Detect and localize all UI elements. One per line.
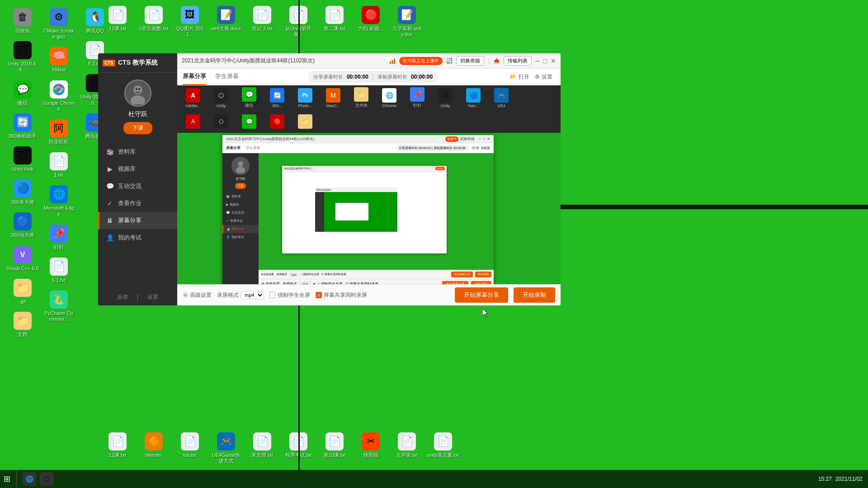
icon-recycle-bin[interactable]: 🗑 回收站 bbox=[5, 5, 41, 38]
file-icon: 📄 bbox=[50, 258, 68, 276]
start-share-button[interactable]: 开始屏幕分享 bbox=[455, 287, 508, 303]
icon-visualcpp[interactable]: V Visual C++ 6.0 bbox=[5, 242, 41, 275]
strip-icon-mac: M MacC... bbox=[320, 87, 347, 109]
sidebar-item-interact[interactable]: 💬 互动交流 bbox=[98, 178, 177, 195]
sidebar-item-library[interactable]: 📚 资料库 bbox=[98, 143, 177, 160]
icon-12ke[interactable]: 📄 12课.txt bbox=[99, 2, 136, 41]
icon-wechat[interactable]: 💬 微信 bbox=[5, 77, 41, 110]
nested-menu: 📚资料库 ▶视频库 💬互动交流 ✓查看作业 bbox=[222, 192, 259, 241]
sidebar-menu: 📚 资料库 ▶ 视频库 💬 互动交流 ✓ 查看作业 🖥 屏幕分享 👤 我的考 bbox=[98, 139, 177, 251]
icon-label: 1.txt bbox=[54, 172, 64, 178]
icon-pycharm[interactable]: 🐍 PyCharm Communi... bbox=[41, 287, 77, 326]
settings-link[interactable]: 设置 bbox=[147, 293, 158, 301]
file-icon: 📄 bbox=[398, 432, 416, 450]
sidebar-item-screenshare[interactable]: 🖥 屏幕分享 bbox=[98, 212, 177, 229]
taskbar-start[interactable]: ⊞ bbox=[0, 474, 14, 484]
icon-lua[interactable]: 📄 lua.txt bbox=[172, 429, 208, 468]
icon-edge[interactable]: 🌐 Microsoft Edge bbox=[41, 182, 77, 221]
icon-label: 12课.txt bbox=[109, 26, 126, 32]
icon-label: 元字宙和 unity.doc bbox=[391, 26, 423, 38]
icon-unity-2019[interactable]: ⬡ Unity 2019.4.9... bbox=[5, 38, 41, 76]
upload-list-button[interactable]: 传输列表 bbox=[504, 56, 532, 66]
icon-51txt[interactable]: 📄 5.1.txt bbox=[41, 254, 77, 287]
icon-label: 文档 bbox=[18, 332, 28, 338]
nm-cb1: □ 强制学生全屏 bbox=[318, 282, 343, 284]
share-timer-label: 分享屏幕时长 bbox=[313, 74, 343, 80]
icon-songwenli[interactable]: 📄 宋文理.txt bbox=[244, 429, 280, 468]
icon-blender[interactable]: 🔶 blender bbox=[136, 429, 172, 468]
icon-360[interactable]: 🔄 360换机助手 bbox=[5, 110, 41, 143]
force-fullscreen-checkbox[interactable] bbox=[269, 292, 276, 298]
icon-cmake[interactable]: ⚙ CMake (cmake-gui) bbox=[41, 5, 77, 43]
nested-tab-share: 屏幕分享 bbox=[226, 145, 241, 150]
icon-dingding[interactable]: 📌 钉钉 bbox=[41, 221, 77, 254]
close-button[interactable]: ✕ bbox=[551, 57, 556, 65]
icon-wendang[interactable]: 📁 文档 bbox=[5, 308, 41, 341]
icon-dierke[interactable]: 📄 第二课.txt bbox=[316, 2, 353, 41]
share-timer-value: 00:00:00 bbox=[347, 74, 368, 80]
sidebar-panel: CTS CTS 教学系统 杜守跃 下课 📚 资料库 bbox=[98, 53, 177, 305]
icon-qqphoto[interactable]: 🖼 QQ图片 2021... bbox=[172, 2, 208, 41]
icon-xmind[interactable]: 🧠 XMind bbox=[41, 43, 77, 76]
sidebar-item-video[interactable]: ▶ 视频库 bbox=[98, 160, 177, 178]
tab-screen-share[interactable]: 屏幕分享 bbox=[183, 69, 206, 85]
icon-chrome[interactable]: Google Chrome bbox=[41, 77, 77, 116]
icon-note2[interactable]: 📄 笔记 2.txt bbox=[244, 2, 280, 41]
nested-avatar bbox=[231, 157, 250, 175]
strip-icon-wechat: 💬 微信 bbox=[236, 86, 263, 109]
icon-label: 360换机助手 bbox=[9, 133, 37, 139]
record-format-select[interactable]: mp4 avi bbox=[241, 291, 264, 299]
icon-unity-gezong[interactable]: 📄 unity葛总案.txt bbox=[425, 429, 461, 468]
switch-class-button[interactable]: 切换班级 bbox=[456, 56, 484, 66]
nb-checkbox1: □ 强制学生全屏 bbox=[301, 272, 319, 277]
icon-metaverse[interactable]: 📝 元字宙和 unity.doc bbox=[389, 2, 425, 41]
photo-icon: 🖼 bbox=[181, 6, 199, 24]
icon-360-dj[interactable]: 🔵 360杀大师 bbox=[5, 176, 41, 209]
record-format-label: 录屏格式 bbox=[217, 291, 239, 299]
minimize-button[interactable]: ─ bbox=[535, 57, 540, 65]
icon-cyuyan[interactable]: 📄 c语言函数.txt bbox=[136, 2, 172, 41]
maximize-button[interactable]: □ bbox=[543, 57, 547, 65]
preview-icon-strip-2: A ⬡ 💬 🔴 📁 bbox=[177, 110, 561, 133]
icon-label: 第二课.txt bbox=[324, 26, 345, 32]
file-icon: 📄 bbox=[253, 6, 271, 24]
logout-button[interactable]: 下课 bbox=[123, 122, 152, 134]
advanced-settings-item[interactable]: 高级设置 bbox=[183, 291, 212, 299]
open-button[interactable]: 📂 打开 bbox=[507, 72, 532, 82]
file-icon: 📄 bbox=[181, 432, 199, 450]
icon-1txt[interactable]: 📄 1.txt bbox=[41, 149, 77, 182]
icon-label: unity葛总案.txt bbox=[427, 452, 459, 458]
icon-ue4docx[interactable]: 📝 ue4大视.docx bbox=[208, 2, 244, 41]
feedback-link[interactable]: 反馈 bbox=[117, 293, 128, 301]
icon-360-dd[interactable]: 🔵 360动大师 bbox=[5, 209, 41, 242]
strip-icon2-adobe: A bbox=[179, 113, 207, 130]
taskbar-apps[interactable]: 🌐 ⬡ bbox=[19, 472, 57, 486]
icon-label: 360动大师 bbox=[11, 232, 34, 238]
file-icon: 📄 bbox=[326, 432, 344, 450]
sync-record-checkbox[interactable]: ✓ bbox=[316, 292, 322, 298]
svg-point-12 bbox=[238, 161, 243, 167]
settings-button[interactable]: ⚙ 设置 bbox=[532, 72, 555, 82]
icon-yuanyuzhou[interactable]: 📄 元宇宙.txt bbox=[389, 429, 425, 468]
icon-kuaijianji[interactable]: ✂ 快剪辑 bbox=[353, 429, 389, 468]
leetcode-icon: 🔴 bbox=[362, 6, 380, 24]
sidebar-item-homework[interactable]: ✓ 查看作业 bbox=[98, 195, 177, 212]
icon-di10ke[interactable]: 📄 第10课.txt bbox=[316, 429, 353, 468]
taskbar-unity[interactable]: ⬡ bbox=[40, 472, 53, 486]
tab-student-screen[interactable]: 学生屏幕 bbox=[215, 69, 239, 85]
svg-point-7 bbox=[138, 88, 140, 90]
icon-git[interactable]: 📁 .git bbox=[5, 275, 41, 308]
taskbar-chrome[interactable]: 🌐 bbox=[23, 472, 36, 486]
nm-btn-record: 开始录制 bbox=[471, 281, 491, 285]
icon-11ke[interactable]: 📄 11课.txt bbox=[99, 429, 136, 468]
icon-aliwangwang[interactable]: 阿 阿里旺旺 bbox=[41, 116, 77, 149]
deepnest-live: 直播中 bbox=[435, 167, 445, 170]
desktop-icons-top: 📄 12课.txt 📄 c语言函数.txt 🖼 QQ图片 2021... 📝 u… bbox=[99, 2, 506, 41]
sidebar-item-exam[interactable]: 👤 我的考试 bbox=[98, 229, 177, 246]
folder-icon: 📁 bbox=[14, 312, 32, 330]
icon-ue4game[interactable]: 🎮 UE4Game快捷方式 bbox=[208, 429, 244, 468]
file-icon: 📄 bbox=[108, 432, 127, 450]
icon-unity-hub[interactable]: ⬡ Unity Hub bbox=[5, 143, 41, 176]
icon-lcode[interactable]: 🔴 力扣 刷题... bbox=[353, 2, 389, 41]
start-record-button[interactable]: 开始录制 bbox=[514, 287, 555, 303]
